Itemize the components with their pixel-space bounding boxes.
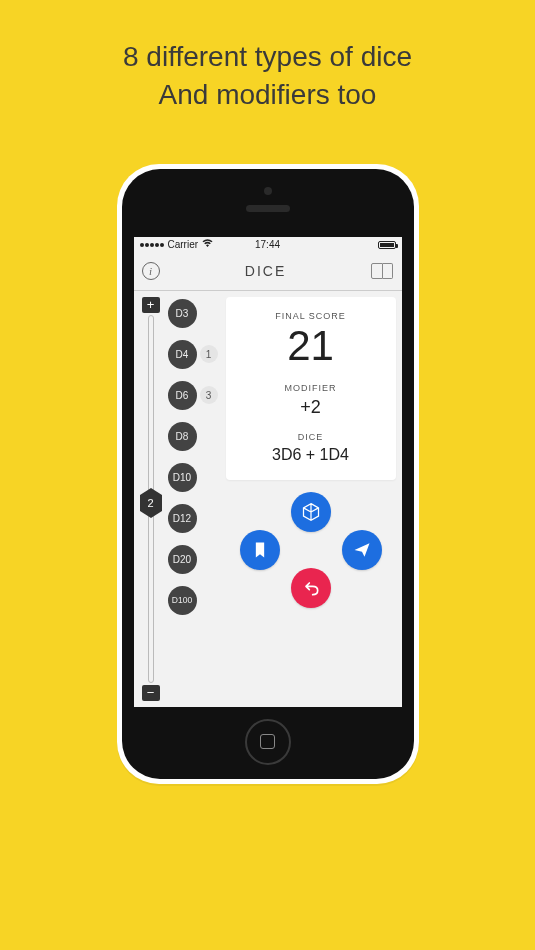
roll-button[interactable] <box>291 492 331 532</box>
promo-heading: 8 different types of dice And modifiers … <box>123 38 412 114</box>
promo-line-1: 8 different types of dice <box>123 38 412 76</box>
dice-list: D3 D4 1 D6 3 D8 D10 <box>168 297 220 701</box>
score-card: FINAL SCORE 21 MODIFIER +2 DICE 3D6 + 1D… <box>226 297 396 480</box>
wifi-icon <box>202 239 213 250</box>
dice-item-d3[interactable]: D3 <box>168 299 220 328</box>
bookmark-button[interactable] <box>240 530 280 570</box>
undo-icon <box>301 578 321 598</box>
dice-item-d4[interactable]: D4 1 <box>168 340 220 369</box>
dice-item-d10[interactable]: D10 <box>168 463 220 492</box>
slider-plus-button[interactable]: + <box>142 297 160 313</box>
dice-item-d20[interactable]: D20 <box>168 545 220 574</box>
book-icon[interactable] <box>371 263 393 279</box>
dice-item-d100[interactable]: D100 <box>168 586 220 615</box>
bookmark-icon <box>250 540 270 560</box>
nav-title: DICE <box>245 263 286 279</box>
home-button[interactable] <box>245 719 291 765</box>
dice-chip: D6 <box>168 381 197 410</box>
status-time: 17:44 <box>255 239 280 250</box>
modifier-label: MODIFIER <box>234 383 388 393</box>
dice-chip: D8 <box>168 422 197 451</box>
dice-item-d12[interactable]: D12 <box>168 504 220 533</box>
slider-handle[interactable]: 2 <box>140 488 162 518</box>
final-score-label: FINAL SCORE <box>234 311 388 321</box>
undo-button[interactable] <box>291 568 331 608</box>
action-buttons <box>226 488 396 701</box>
cube-icon <box>301 502 321 522</box>
dice-item-d8[interactable]: D8 <box>168 422 220 451</box>
info-icon[interactable]: i <box>142 262 160 280</box>
dice-count-badge: 1 <box>200 345 218 363</box>
dice-expression: 3D6 + 1D4 <box>234 446 388 464</box>
dice-chip: D12 <box>168 504 197 533</box>
nav-bar: i DICE <box>134 253 402 291</box>
final-score-value: 21 <box>234 325 388 367</box>
phone-frame: Carrier 17:44 i DICE + <box>117 164 419 784</box>
promo-line-2: And modifiers too <box>123 76 412 114</box>
app-screen: Carrier 17:44 i DICE + <box>134 237 402 707</box>
send-icon <box>352 540 372 560</box>
slider-track[interactable]: 2 <box>148 315 154 683</box>
send-button[interactable] <box>342 530 382 570</box>
carrier-label: Carrier <box>168 239 199 250</box>
dice-chip: D100 <box>168 586 197 615</box>
modifier-slider: + 2 − <box>140 297 162 701</box>
dice-chip: D10 <box>168 463 197 492</box>
dice-chip: D20 <box>168 545 197 574</box>
battery-icon <box>378 241 396 249</box>
speaker <box>246 205 290 212</box>
modifier-value: +2 <box>234 397 388 418</box>
signal-icon <box>140 243 164 247</box>
dice-count-badge: 3 <box>200 386 218 404</box>
dice-item-d6[interactable]: D6 3 <box>168 381 220 410</box>
dice-chip: D3 <box>168 299 197 328</box>
slider-minus-button[interactable]: − <box>142 685 160 701</box>
slider-value: 2 <box>147 497 153 509</box>
dice-label: DICE <box>234 432 388 442</box>
status-bar: Carrier 17:44 <box>134 237 402 253</box>
dice-chip: D4 <box>168 340 197 369</box>
front-camera <box>264 187 272 195</box>
